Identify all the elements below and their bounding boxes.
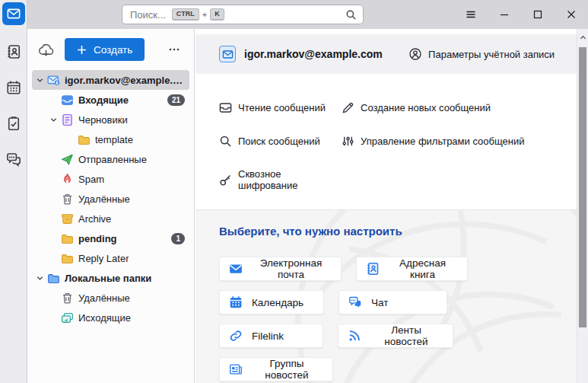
content-scrollbar[interactable] [577, 29, 588, 383]
account-identity: igor.markov@example.com [219, 46, 383, 62]
mail-space-icon[interactable] [2, 2, 25, 25]
tree-row-label: Удалённые [78, 292, 130, 304]
titlebar: Поиск... CTRL + K [27, 0, 588, 29]
link-read-messages[interactable]: Чтение сообщений [219, 101, 342, 114]
scroll-up-icon[interactable] [577, 34, 588, 41]
address-book-icon [366, 262, 380, 276]
trash-icon [61, 193, 74, 206]
account-mail-icon [47, 74, 60, 87]
folder-icon [78, 133, 91, 146]
drafts-icon [61, 113, 74, 126]
sync-cloud-icon[interactable] [38, 42, 54, 58]
local-folders-icon [47, 272, 60, 285]
chat-icon [348, 295, 362, 309]
link-search-messages[interactable]: Поиск сообщений [219, 135, 342, 148]
tree-row-drafts[interactable]: Черновики [27, 110, 194, 129]
filelink-icon [229, 329, 243, 343]
setup-button-chat[interactable]: Чат [338, 290, 447, 314]
app-menu-button[interactable] [454, 0, 488, 29]
kbd-plus: + [202, 10, 207, 19]
read-messages-icon [219, 101, 232, 114]
account-header: igor.markov@example.com Параметры учётно… [195, 34, 588, 74]
account-settings-link[interactable]: Параметры учётной записи [408, 47, 555, 61]
tree-row-label: Spam [78, 174, 104, 185]
address-book-space-icon[interactable] [2, 40, 25, 63]
setup-title: Выберите, что нужно настроить [219, 225, 564, 238]
setup-button-filelink[interactable]: Filelink [219, 324, 323, 348]
search-placeholder: Поиск... [130, 9, 166, 21]
account-settings-label: Параметры учётной записи [428, 49, 555, 60]
filters-sliders-icon [342, 135, 354, 148]
tree-row-spam[interactable]: Spam [27, 169, 194, 189]
tasks-space-icon[interactable] [2, 112, 25, 135]
link-label: Управление фильтрами сообщений [361, 136, 524, 147]
spam-flame-icon [61, 173, 74, 186]
folder-pane-options-icon[interactable] [168, 43, 180, 56]
account-email: igor.markov@example.com [244, 48, 383, 60]
quick-links: Чтение сообщений Создание новых сообщени… [195, 74, 588, 209]
mail-icon [229, 262, 243, 276]
tree-row-reply-later[interactable]: Reply Later [27, 248, 194, 268]
link-message-filters[interactable]: Управление фильтрами сообщений [342, 135, 564, 148]
tree-row-sent[interactable]: Отправленные [27, 149, 194, 169]
minimize-button[interactable] [488, 0, 521, 29]
archive-icon [61, 212, 74, 225]
tree-row-label: pending [78, 233, 117, 244]
tree-row-label: Удалённые [78, 193, 130, 205]
tree-row-label: Исходящие [78, 312, 131, 324]
tree-row-archive[interactable]: Archive [27, 209, 194, 228]
maximize-button[interactable] [521, 0, 555, 29]
plus-icon [77, 45, 87, 55]
setup-button-calendar[interactable]: Календарь [219, 290, 324, 314]
create-button[interactable]: Создать [65, 38, 145, 61]
setup-button-address-book[interactable]: Адресная книга [356, 257, 468, 281]
account-settings-icon [408, 47, 422, 61]
chat-space-icon[interactable] [2, 148, 25, 171]
folder-icon [61, 232, 74, 245]
tree-row-inbox[interactable]: Входящие 21 [27, 90, 194, 110]
kbd-k: K [210, 8, 224, 21]
link-e2e-encryption[interactable]: Сквозное шифрование [219, 168, 342, 191]
account-central-pane: igor.markov@example.com Параметры учётно… [195, 29, 588, 383]
chevron-down-icon[interactable] [47, 116, 59, 124]
link-label: Поиск сообщений [238, 136, 320, 147]
scrollbar-thumb[interactable] [579, 47, 586, 327]
tree-row-label: Локальные папки [65, 273, 151, 284]
chevron-down-icon[interactable] [33, 274, 46, 282]
chevron-down-icon[interactable] [33, 76, 46, 85]
search-icon [219, 135, 232, 148]
tree-row-account[interactable]: igor.markov@example.c… [32, 70, 189, 90]
link-compose[interactable]: Создание новых сообщений [342, 101, 564, 114]
tree-row-pending[interactable]: pending 1 [27, 228, 194, 248]
folder-icon [61, 252, 74, 265]
folder-pane: Создать igor.markov@example.c… Входящие … [27, 29, 195, 383]
outbox-icon [61, 311, 74, 324]
trash-icon [61, 292, 74, 305]
link-label: Создание новых сообщений [361, 102, 491, 113]
global-search-input[interactable]: Поиск... CTRL + K [122, 5, 364, 24]
close-button[interactable] [555, 0, 588, 29]
folder-pane-header: Создать [27, 29, 194, 67]
setup-section: Выберите, что нужно настроить Электронна… [195, 209, 588, 383]
tree-row-label: template [95, 134, 133, 145]
tree-row-outbox[interactable]: Исходящие [27, 308, 194, 327]
link-label: Чтение сообщений [238, 102, 326, 113]
search-icon [345, 9, 357, 21]
tree-row-local-folders[interactable]: Локальные папки [27, 268, 194, 288]
calendar-space-icon[interactable] [2, 76, 25, 99]
spaces-toolbar [0, 0, 27, 383]
tree-row-template[interactable]: template [27, 129, 194, 149]
sent-icon [61, 153, 74, 166]
setup-button-email[interactable]: Электронная почта [219, 257, 342, 281]
unread-badge: 1 [171, 233, 185, 244]
inbox-icon [61, 94, 74, 107]
compose-pencil-icon [342, 101, 354, 114]
tree-row-label: Reply Later [78, 253, 129, 264]
setup-button-rss[interactable]: Ленты новостей [338, 324, 453, 348]
kbd-ctrl: CTRL [172, 8, 199, 21]
setup-button-newsgroups[interactable]: Группы новостей [219, 357, 333, 381]
tree-row-trash[interactable]: Удалённые [27, 189, 194, 209]
link-label: Сквозное шифрование [238, 168, 342, 191]
tree-row-label: Archive [78, 213, 111, 225]
tree-row-local-trash[interactable]: Удалённые [27, 288, 194, 308]
